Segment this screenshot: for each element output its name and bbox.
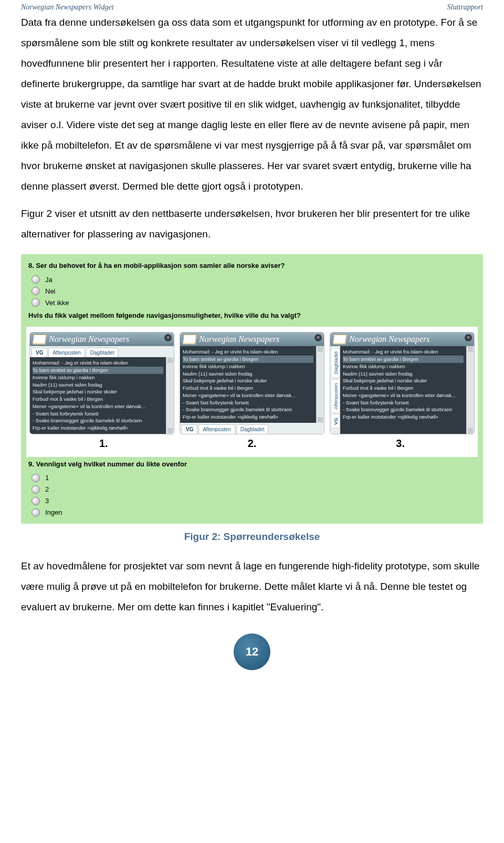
paragraph-3: Et av hovedmålene for prosjektet var som… <box>21 556 483 618</box>
mockup-2: Norwegian Newspapers × Mohammad: - Jeg e… <box>180 332 324 434</box>
tab[interactable]: Dagbladet <box>86 348 119 357</box>
mock-header: Norwegian Newspapers × <box>330 332 474 346</box>
mock-header: Norwegian Newspapers × <box>180 332 324 346</box>
scrollbar[interactable] <box>166 357 174 434</box>
question-8: 8. Ser du behovet for å ha en mobil-appl… <box>21 258 483 274</box>
q9-option[interactable]: 3 <box>21 495 483 507</box>
header-left: Norwegian Newspapers Widget <box>21 3 114 12</box>
body-text: Data fra denne undersøkelsen ga oss data… <box>21 13 483 245</box>
headlines-list: Mohammad: - Jeg er utvist fra islam-skol… <box>180 346 316 423</box>
tab[interactable]: VG <box>332 414 340 429</box>
tab[interactable]: VG <box>182 424 197 434</box>
q8-option[interactable]: Nei <box>21 285 483 297</box>
radio-icon <box>32 508 40 517</box>
question-9: 9. Vennligst velg hvilket nummer du likt… <box>21 457 483 472</box>
newspaper-icon <box>183 335 197 344</box>
radio-icon <box>32 474 40 482</box>
radio-icon <box>32 298 40 307</box>
mockup-1: Norwegian Newspapers × VG Aftenposten Da… <box>29 332 174 434</box>
page-header: Norwegian Newspapers Widget Sluttrapport <box>21 0 483 13</box>
radio-icon <box>32 485 40 494</box>
paragraph-1: Data fra denne undersøkelsen ga oss data… <box>21 13 483 196</box>
tab[interactable]: Aftenposten <box>48 348 85 357</box>
close-icon[interactable]: × <box>164 334 172 341</box>
close-icon[interactable]: × <box>465 334 472 341</box>
headlines-list: Mohammad: - Jeg er utvist fra islam-skol… <box>340 346 466 434</box>
page-number-badge: 12 <box>234 633 270 670</box>
paragraph-2: Figur 2 viser et utsnitt av den nettbase… <box>21 204 483 245</box>
mockup-3: Norwegian Newspapers × Dagbladet Aftenpo… <box>330 332 475 434</box>
header-right: Sluttrapport <box>447 3 483 12</box>
q9-option[interactable]: 1 <box>21 472 483 484</box>
scrollbar[interactable] <box>466 346 474 434</box>
tab[interactable]: Dagbladet <box>236 424 269 434</box>
headlines-list: Mohammad: - Jeg er utvist fra islam-skol… <box>30 357 166 434</box>
survey-figure: 8. Ser du behovet for å ha en mobil-appl… <box>21 254 483 524</box>
figure-caption: Figur 2: Spørreundersøkelse <box>21 531 483 543</box>
tab[interactable]: Dagbladet <box>332 348 340 378</box>
tabs-top: VG Aftenposten Dagbladet <box>30 346 174 357</box>
radio-icon <box>32 275 40 284</box>
scrollbar[interactable] <box>316 346 324 423</box>
mockups-row: Norwegian Newspapers × VG Aftenposten Da… <box>26 327 478 435</box>
tab[interactable]: Aftenposten <box>198 424 235 434</box>
radio-icon <box>32 287 40 295</box>
newspaper-icon <box>333 335 347 344</box>
question-nav: Hvis du fikk valget mellom følgende navi… <box>21 308 483 324</box>
radio-icon <box>32 497 40 505</box>
body-text-2: Et av hovedmålene for prosjektet var som… <box>21 556 483 618</box>
close-icon[interactable]: × <box>314 334 322 341</box>
mock-header: Norwegian Newspapers × <box>30 332 174 346</box>
q8-option[interactable]: Ja <box>21 274 483 285</box>
tab[interactable]: VG <box>32 348 47 357</box>
tab[interactable]: Aftenposten <box>332 379 340 413</box>
q9-option[interactable]: 2 <box>21 484 483 495</box>
tabs-bottom: VG Aftenposten Dagbladet <box>180 423 324 434</box>
tabs-side: Dagbladet Aftenposten VG <box>330 346 340 434</box>
q9-option[interactable]: Ingen <box>21 507 483 518</box>
mockup-numbers: 1. 2. 3. <box>26 435 478 457</box>
q8-option[interactable]: Vet ikke <box>21 297 483 308</box>
newspaper-icon <box>33 335 47 344</box>
